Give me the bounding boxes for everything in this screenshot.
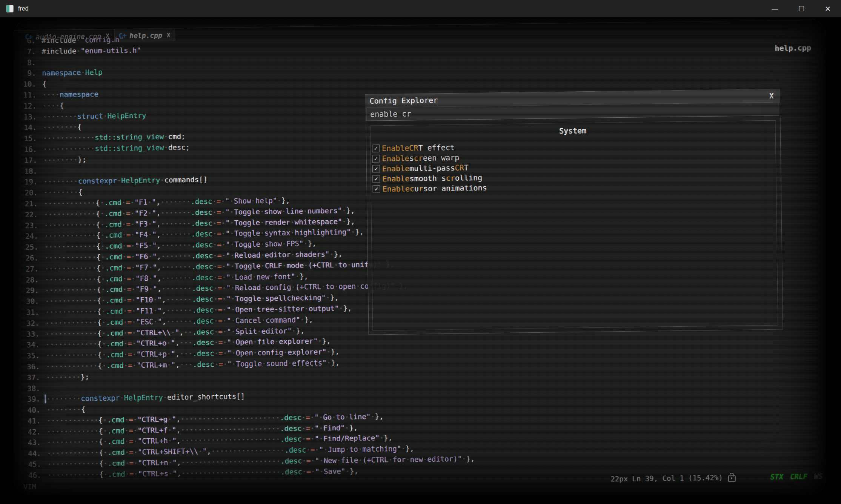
line-number: 20. [14, 187, 38, 198]
line-number: 7. [14, 46, 36, 57]
line-number: 29. [14, 285, 39, 297]
checkbox-checked-icon[interactable]: ✓ [372, 175, 380, 183]
line-number: 33. [14, 329, 39, 340]
status-flag-STX: STX [770, 472, 784, 481]
checkbox-checked-icon[interactable]: ✓ [372, 144, 380, 152]
line-number: 9. [14, 68, 36, 79]
config-results-list: System ✓Enable CRT effect✓Enable screen … [370, 120, 778, 331]
line-number: 30. [14, 296, 39, 307]
crt-screen: C+audio-engine.cppXC+help.cppX help.cpp … [14, 19, 826, 495]
line-number: 11. [14, 89, 36, 101]
tab-close-icon[interactable]: X [106, 32, 109, 39]
status-right: 22px Ln 39, Col 1 (15.42%) STXCRLFWS [610, 472, 826, 483]
line-number: 22. [14, 209, 38, 220]
line-number: 14. [14, 122, 37, 134]
line-number: 24. [14, 231, 38, 242]
tab-label: help.cpp [129, 31, 162, 39]
line-number: 21. [14, 198, 38, 209]
line-number: 38. [15, 383, 40, 394]
line-number: 16. [14, 144, 37, 155]
line-number: 45. [16, 459, 41, 470]
status-flags: STXCRLFWS [764, 472, 823, 481]
line-number: 31. [14, 307, 39, 318]
line-number: 25. [14, 241, 38, 253]
checkbox-checked-icon[interactable]: ✓ [372, 165, 380, 172]
cpp-file-icon: C+ [25, 33, 33, 40]
line-number: 32. [14, 318, 39, 329]
line-number: 13. [14, 111, 37, 123]
line-number: 12. [14, 100, 37, 112]
config-section-heading: System [371, 124, 775, 138]
line-number: 37. [15, 372, 40, 383]
tab-close-icon[interactable]: X [167, 31, 171, 38]
window-controls: — ☐ ✕ [762, 0, 841, 17]
current-filename-label: help.cpp [775, 43, 811, 52]
tab-label: audio-engine.cpp [36, 32, 101, 41]
app-icon [6, 5, 14, 12]
minimize-button[interactable]: — [762, 0, 788, 17]
editor-mode-label: VIM [23, 482, 37, 490]
line-number: 41. [15, 415, 40, 427]
cursor-position-label: 22px Ln 39, Col 1 (15.42%) [610, 473, 723, 483]
checkbox-checked-icon[interactable]: ✓ [372, 155, 380, 162]
lock-icon [728, 475, 736, 482]
tab-audio-engine.cpp[interactable]: C+audio-engine.cppX [20, 29, 114, 43]
window-title: fred [18, 5, 29, 12]
config-explorer-title: Config Explorer [369, 95, 438, 105]
checkbox-checked-icon[interactable]: ✓ [373, 185, 380, 193]
line-number: 42. [16, 426, 41, 438]
config-items: ✓Enable CRT effect✓Enable screen warp✓En… [371, 138, 776, 194]
config-explorer-panel: Config Explorer X System ✓Enable CRT eff… [365, 89, 783, 335]
line-number: 15. [14, 133, 37, 144]
line-number: 40. [15, 404, 40, 416]
line-number: 28. [14, 274, 39, 286]
status-flag-WS: WS [814, 472, 823, 480]
line-number: 39. [15, 393, 40, 405]
line-number: 17. [14, 155, 37, 166]
close-button[interactable]: ✕ [815, 0, 841, 17]
tab-help.cpp[interactable]: C+help.cppX [114, 28, 175, 42]
text-cursor [45, 395, 46, 403]
line-number: 34. [15, 340, 40, 351]
cpp-file-icon: C+ [119, 32, 127, 39]
line-number: 18. [14, 166, 37, 177]
tab-strip: C+audio-engine.cppXC+help.cppX [20, 28, 175, 43]
line-number: 46. [16, 470, 41, 481]
status-flag-CRLF: CRLF [790, 472, 807, 481]
window-titlebar: fred — ☐ ✕ [0, 0, 841, 17]
line-number: 36. [15, 361, 40, 372]
line-number: 27. [14, 263, 38, 275]
maximize-button[interactable]: ☐ [788, 0, 815, 17]
line-number: 23. [14, 220, 38, 231]
line-number: 10. [14, 78, 36, 90]
editor-surface: C+audio-engine.cppXC+help.cppX help.cpp … [14, 19, 826, 495]
line-number: 26. [14, 252, 38, 264]
config-explorer-close-button[interactable]: X [769, 92, 774, 100]
line-number: 35. [15, 350, 40, 361]
line-number: 44. [16, 448, 41, 459]
line-number: 19. [14, 177, 37, 188]
line-number: 43. [16, 437, 41, 449]
line-number: 8. [14, 57, 36, 68]
